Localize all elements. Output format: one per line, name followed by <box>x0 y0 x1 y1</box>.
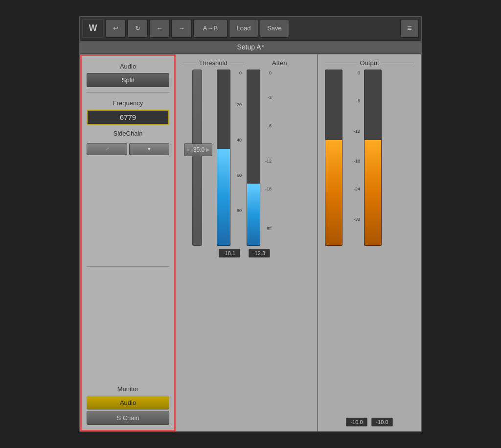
threshold-fill <box>217 149 230 245</box>
sidechain-controls: ⟋ ▾ <box>87 143 169 155</box>
prev-button[interactable]: ← <box>149 19 170 38</box>
output-left-meter-bar <box>325 70 342 246</box>
atten-value-box: -12.3 <box>249 249 270 258</box>
load-button[interactable]: Load <box>229 19 258 38</box>
center-meters-row: ⠿ -35.0 ▶ 0 20 <box>182 70 310 426</box>
output-right-meter-container <box>364 70 382 246</box>
threshold-slider-area: ⠿ -35.0 ▶ <box>182 70 212 246</box>
toolbar: W ↩ ↻ ← → A→B Load Save ≡ <box>80 17 421 41</box>
output-scale: 0 -6 -12 -18 -24 -30 <box>346 70 360 246</box>
sidechain-dropdown-button[interactable]: ▾ <box>129 143 170 155</box>
output-left-value-box: -10.0 <box>346 418 367 426</box>
plugin-window: W ↩ ↻ ← → A→B Load Save ≡ Setup Aˣ Audio… <box>79 16 422 432</box>
threshold-header-line-right <box>229 63 244 63</box>
sidechain-label: SideChain <box>87 130 169 137</box>
left-panel: Audio Split Frequency SideChain ⟋ ▾ Moni… <box>80 54 176 431</box>
output-header-line-left <box>325 63 358 63</box>
waves-logo: W <box>82 19 104 38</box>
split-button[interactable]: Split <box>87 73 169 87</box>
schain-monitor-button[interactable]: S Chain <box>87 411 169 425</box>
atten-meter-bar <box>247 70 260 246</box>
threshold-slider-handle[interactable]: ⠿ -35.0 ▶ <box>184 143 212 156</box>
output-right-fill <box>364 140 381 245</box>
output-right-value-box: -10.0 <box>371 418 393 426</box>
center-panel: Threshold Atten ⠿ -35.0 ▶ <box>176 54 318 431</box>
frequency-input[interactable] <box>87 110 169 125</box>
threshold-meter-with-scale: 0 20 40 60 80 <box>217 70 242 246</box>
undo-button[interactable]: ↩ <box>105 19 126 38</box>
ab-button[interactable]: A→B <box>193 19 228 38</box>
menu-button[interactable]: ≡ <box>400 19 419 38</box>
threshold-meter-container: 0 20 40 60 80 -18.1 <box>217 70 242 258</box>
output-right-meter-bar <box>364 70 382 246</box>
output-meters-row: 0 -6 -12 -18 -24 -30 <box>325 70 414 412</box>
right-panel: Output 0 -6 -12 -18 -24 -30 <box>318 54 421 431</box>
redo-button[interactable]: ↻ <box>127 19 148 38</box>
output-left-fill <box>325 140 342 245</box>
audio-label: Audio <box>87 63 169 70</box>
threshold-slider-value: -35.0 <box>191 146 205 153</box>
atten-meter-container: 0 -3 -6 -12 -18 Inf -12.3 <box>247 70 272 258</box>
output-left-meter-container <box>325 70 342 246</box>
atten-meter-with-scale: 0 -3 -6 -12 -18 Inf <box>247 70 272 246</box>
next-button[interactable]: → <box>171 19 192 38</box>
output-header-line-right <box>381 63 414 63</box>
save-button[interactable]: Save <box>260 19 289 38</box>
threshold-value-box: -18.1 <box>219 249 240 258</box>
setup-bar: Setup Aˣ <box>80 41 421 54</box>
main-content: Audio Split Frequency SideChain ⟋ ▾ Moni… <box>80 54 421 431</box>
threshold-slider-track[interactable]: ⠿ -35.0 ▶ <box>192 70 202 246</box>
frequency-label: Frequency <box>87 99 169 107</box>
threshold-label: Threshold <box>199 59 228 67</box>
atten-fill <box>247 184 260 245</box>
setup-label: Setup Aˣ <box>237 43 264 51</box>
output-label: Output <box>360 59 379 67</box>
atten-label: Atten <box>272 59 287 67</box>
monitor-section: Monitor Audio S Chain <box>87 383 169 425</box>
monitor-buttons: Audio S Chain <box>87 396 169 425</box>
atten-scale: 0 -3 -6 -12 -18 Inf <box>262 70 272 246</box>
output-values-row: -10.0 -10.0 <box>325 415 414 426</box>
monitor-label: Monitor <box>87 385 169 393</box>
handle-arrow-icon: ▶ <box>206 147 210 152</box>
sidechain-curve-button[interactable]: ⟋ <box>87 143 127 155</box>
threshold-meter-bar <box>217 70 230 246</box>
threshold-header-line-left <box>182 63 197 63</box>
audio-monitor-button[interactable]: Audio <box>87 396 169 410</box>
threshold-scale: 0 20 40 60 80 <box>232 70 242 246</box>
